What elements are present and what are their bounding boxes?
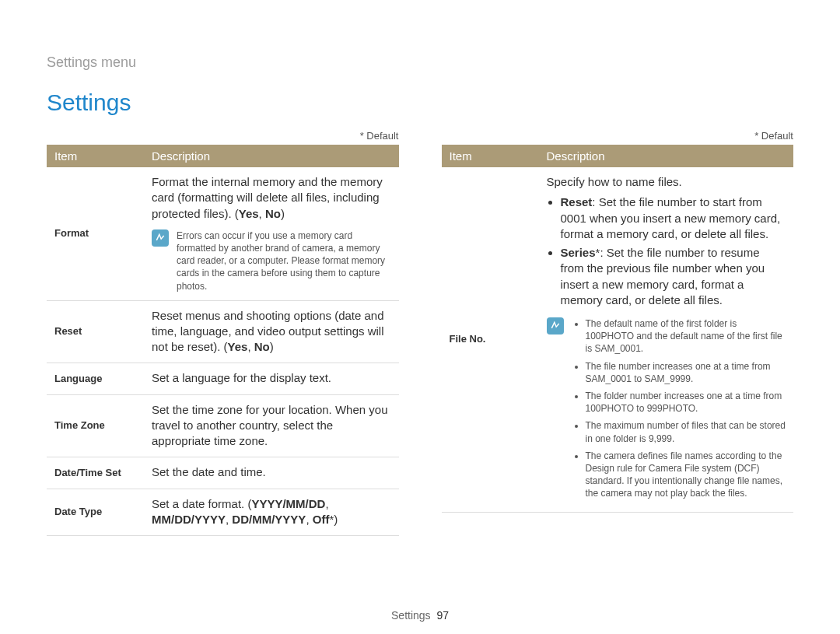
row-format: Format Format the internal memory and th… xyxy=(47,167,399,300)
fileno-note-list: The default name of the first folder is … xyxy=(573,317,786,504)
desc-datetimeset: Set the date and time. xyxy=(144,457,399,489)
item-datetype: Date Type xyxy=(47,489,144,536)
desc-timezone: Set the time zone for your location. Whe… xyxy=(144,394,399,457)
row-datetype: Date Type Set a date format. (YYYY/MM/DD… xyxy=(47,489,399,536)
reset-desc-post: ) xyxy=(270,340,274,353)
datetype-desc-post: ) xyxy=(334,513,338,526)
settings-table-right: Item Description File No. Specify how to… xyxy=(442,145,794,513)
item-format: Format xyxy=(47,167,144,300)
footer-section: Settings xyxy=(391,609,431,622)
datetype-opt2: MM/DD/YYYY xyxy=(152,513,226,526)
datetype-opt4: Off xyxy=(313,513,330,526)
item-reset: Reset xyxy=(47,300,144,363)
fileno-note-1: The file number increases one at a time … xyxy=(586,360,786,385)
fileno-reset-text: : Set the file number to start from 0001… xyxy=(561,195,781,240)
left-column: * Default Item Description Format Format… xyxy=(47,130,399,536)
row-language: Language Set a language for the display … xyxy=(47,363,399,394)
item-language: Language xyxy=(47,363,144,394)
footer-page-number: 97 xyxy=(436,609,449,622)
breadcrumb: Settings menu xyxy=(47,54,793,71)
row-reset: Reset Reset menus and shooting options (… xyxy=(47,300,399,363)
format-desc-post: ) xyxy=(281,207,285,220)
right-column: * Default Item Description File No. Spec… xyxy=(442,130,794,536)
fileno-intro: Specify how to name files. xyxy=(547,174,786,190)
datetype-sep1: , xyxy=(325,497,328,510)
datetype-sep3: , xyxy=(306,513,312,526)
row-datetimeset: Date/Time Set Set the date and time. xyxy=(47,457,399,489)
desc-reset: Reset menus and shooting options (date a… xyxy=(144,300,399,363)
item-fileno: File No. xyxy=(442,167,539,513)
page-footer: Settings 97 xyxy=(0,609,840,622)
fileno-note-3: The maximum number of files that can be … xyxy=(586,419,786,444)
fileno-bullets: Reset: Set the file number to start from… xyxy=(547,194,786,308)
desc-format: Format the internal memory and the memor… xyxy=(144,167,399,300)
datetype-desc-pre: Set a date format. ( xyxy=(152,497,251,510)
format-sep: , xyxy=(259,207,265,220)
default-legend-right: * Default xyxy=(442,130,794,142)
format-opt-yes: Yes xyxy=(239,207,259,220)
col-header-desc-r: Description xyxy=(539,145,794,167)
document-page: Settings menu Settings * Default Item De… xyxy=(0,0,840,536)
fileno-note-2: The folder number increases one at a tim… xyxy=(586,390,786,415)
settings-table-left: Item Description Format Format the inter… xyxy=(47,145,399,536)
note-icon xyxy=(547,317,564,335)
desc-language: Set a language for the display text. xyxy=(144,363,399,394)
fileno-bullet-series: Series*: Set the file number to resume f… xyxy=(561,245,786,308)
default-legend-left: * Default xyxy=(47,130,399,142)
col-header-item-r: Item xyxy=(442,145,539,167)
page-title: Settings xyxy=(47,89,793,116)
col-header-desc: Description xyxy=(144,145,399,167)
columns: * Default Item Description Format Format… xyxy=(47,130,793,536)
datetype-opt1: YYYY/MM/DD xyxy=(251,497,325,510)
desc-fileno: Specify how to name files. Reset: Set th… xyxy=(539,167,794,513)
row-fileno: File No. Specify how to name files. Rese… xyxy=(442,167,794,513)
reset-opt-yes: Yes xyxy=(228,340,248,353)
fileno-series-label: Series xyxy=(561,246,596,259)
format-note-text: Errors can occur if you use a memory car… xyxy=(177,229,391,292)
reset-opt-no: No xyxy=(254,340,270,353)
fileno-bullet-reset: Reset: Set the file number to start from… xyxy=(561,194,786,242)
desc-datetype: Set a date format. (YYYY/MM/DD, MM/DD/YY… xyxy=(144,489,399,536)
row-timezone: Time Zone Set the time zone for your loc… xyxy=(47,394,399,457)
col-header-item: Item xyxy=(47,145,144,167)
fileno-note-4: The camera defines file names according … xyxy=(586,450,786,500)
fileno-note: The default name of the first folder is … xyxy=(547,317,786,504)
item-datetimeset: Date/Time Set xyxy=(47,457,144,489)
format-opt-no: No xyxy=(265,207,281,220)
note-icon xyxy=(152,229,169,247)
datetype-opt3: DD/MM/YYYY xyxy=(232,513,306,526)
fileno-note-0: The default name of the first folder is … xyxy=(586,317,786,356)
reset-sep: , xyxy=(247,340,254,353)
fileno-reset-label: Reset xyxy=(561,195,593,208)
item-timezone: Time Zone xyxy=(47,394,144,457)
format-note: Errors can occur if you use a memory car… xyxy=(152,229,391,292)
